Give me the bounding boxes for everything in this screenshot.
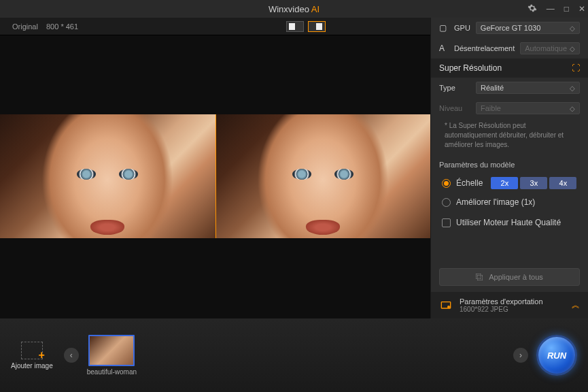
- hq-engine-checkbox[interactable]: [442, 218, 451, 227]
- add-image-icon: [21, 342, 43, 359]
- settings-icon[interactable]: [528, 3, 537, 15]
- type-select[interactable]: Réalité◇: [476, 82, 580, 94]
- original-label: Original: [5, 22, 46, 31]
- enhanced-image: [215, 114, 431, 238]
- scale-radio[interactable]: [442, 179, 451, 188]
- deinterlace-label: Désentrelacement: [454, 44, 515, 52]
- gpu-select[interactable]: GeForce GT 1030◇: [476, 22, 580, 34]
- export-icon: [439, 300, 453, 311]
- maximize-icon[interactable]: □: [564, 4, 569, 14]
- apply-all-button[interactable]: ⿻ Appliquer à tous: [439, 268, 580, 286]
- enhance-label: Améliorer l'image (1x): [456, 197, 535, 207]
- add-image-button[interactable]: Ajouter image: [11, 342, 53, 370]
- enhance-radio[interactable]: [442, 198, 451, 207]
- compare-divider[interactable]: [215, 114, 216, 238]
- hq-engine-label: Utiliser Moteur Haute Qualité: [456, 218, 561, 227]
- deinterlace-select[interactable]: Automatique◇: [520, 42, 580, 54]
- export-detail: 1600*922 JPEG: [460, 306, 565, 313]
- run-button[interactable]: RUN: [536, 335, 577, 376]
- level-label: Niveau: [439, 104, 470, 112]
- section-title: Super Résolution: [439, 63, 502, 73]
- gpu-icon: ▢: [439, 23, 449, 33]
- export-title: Paramètres d'exportation: [460, 297, 565, 306]
- scale-3x-button[interactable]: 3x: [520, 177, 547, 189]
- scale-label: Échelle: [456, 178, 483, 188]
- thumbnail-image: [88, 335, 135, 366]
- original-image: [0, 114, 215, 238]
- export-expand-icon[interactable]: ︽: [572, 299, 580, 311]
- thumbs-next-button[interactable]: ›: [513, 348, 528, 363]
- sr-note: * La Super Résolution peut automatiqueme…: [431, 118, 588, 155]
- level-select: Faible◇: [476, 102, 580, 114]
- params-label: Paramètres du modèle: [431, 155, 588, 173]
- app-title: Winxvideo AI: [269, 4, 319, 14]
- thumbs-prev-button[interactable]: ‹: [64, 348, 79, 363]
- deinterlace-icon: A: [439, 44, 449, 53]
- thumbnail-item[interactable]: beautiful-woman: [87, 335, 137, 376]
- scale-4x-button[interactable]: 4x: [549, 177, 576, 189]
- original-dimensions: 800 * 461: [46, 22, 114, 31]
- gpu-label: GPU: [454, 24, 470, 32]
- scale-2x-button[interactable]: 2x: [491, 177, 518, 189]
- copy-icon: ⿻: [476, 273, 483, 281]
- type-label: Type: [439, 84, 470, 92]
- compare-mode-right[interactable]: [308, 21, 326, 32]
- preview-area: [0, 35, 430, 318]
- expand-icon[interactable]: ⛶: [572, 63, 580, 73]
- compare-mode-left[interactable]: [286, 21, 304, 32]
- thumbnail-caption: beautiful-woman: [87, 368, 137, 376]
- minimize-icon[interactable]: —: [547, 4, 555, 14]
- svg-point-1: [447, 306, 450, 308]
- close-icon[interactable]: ✕: [578, 4, 585, 14]
